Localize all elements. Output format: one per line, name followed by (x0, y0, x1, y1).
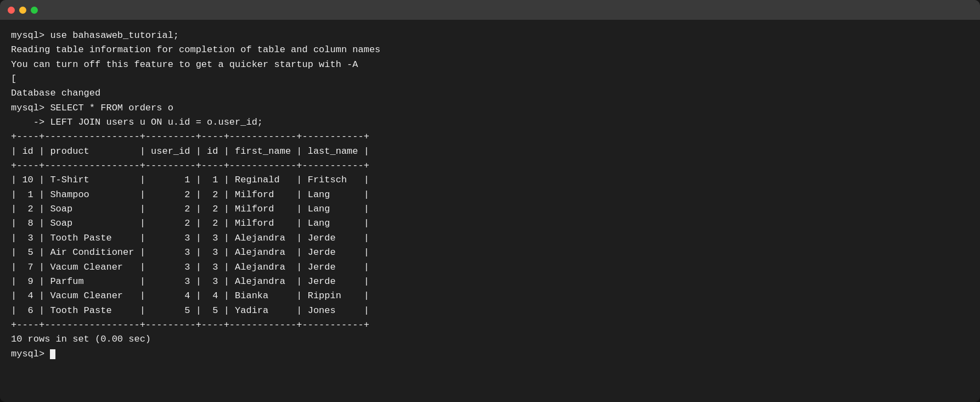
terminal-window: mysql> use bahasaweb_tutorial;Reading ta… (0, 0, 980, 402)
terminal-output: | 2 | Soap | 2 | 2 | Milford | Lang | (11, 202, 969, 216)
terminal-output: You can turn off this feature to get a q… (11, 58, 969, 72)
terminal-output: | id | product | user_id | id | first_na… (11, 144, 969, 159)
terminal-output: -> LEFT JOIN users u ON u.id = o.user_id… (11, 115, 969, 130)
maximize-button[interactable] (31, 7, 38, 14)
title-bar (0, 0, 980, 20)
terminal-output: [ (11, 72, 969, 86)
terminal-output: +----+-----------------+---------+----+-… (11, 130, 969, 144)
terminal-output: | 7 | Vacum Cleaner | 3 | 3 | Alejandra … (11, 260, 969, 275)
terminal-prompt: mysql> use bahasaweb_tutorial; (11, 29, 969, 43)
minimize-button[interactable] (19, 7, 26, 14)
cursor (50, 349, 55, 359)
terminal-output: | 6 | Tooth Paste | 5 | 5 | Yadira | Jon… (11, 304, 969, 318)
terminal-output: | 3 | Tooth Paste | 3 | 3 | Alejandra | … (11, 231, 969, 245)
terminal-content[interactable]: mysql> use bahasaweb_tutorial;Reading ta… (0, 20, 980, 402)
terminal-output: | 9 | Parfum | 3 | 3 | Alejandra | Jerde… (11, 275, 969, 289)
terminal-output: 10 rows in set (0.00 sec) (11, 332, 969, 347)
terminal-output: +----+-----------------+---------+----+-… (11, 159, 969, 173)
terminal-output: | 5 | Air Conditioner | 3 | 3 | Alejandr… (11, 245, 969, 260)
terminal-output: +----+-----------------+---------+----+-… (11, 318, 969, 332)
terminal-output: | 1 | Shampoo | 2 | 2 | Milford | Lang | (11, 188, 969, 202)
terminal-output: | 8 | Soap | 2 | 2 | Milford | Lang | (11, 216, 969, 231)
terminal-prompt-cursor: mysql> (11, 347, 969, 361)
close-button[interactable] (8, 7, 15, 14)
terminal-output: | 10 | T-Shirt | 1 | 1 | Reginald | Frit… (11, 173, 969, 187)
terminal-output: Database changed (11, 86, 969, 101)
terminal-prompt: mysql> SELECT * FROM orders o (11, 101, 969, 115)
terminal-output: | 4 | Vacum Cleaner | 4 | 4 | Bianka | R… (11, 289, 969, 303)
terminal-output: Reading table information for completion… (11, 43, 969, 57)
